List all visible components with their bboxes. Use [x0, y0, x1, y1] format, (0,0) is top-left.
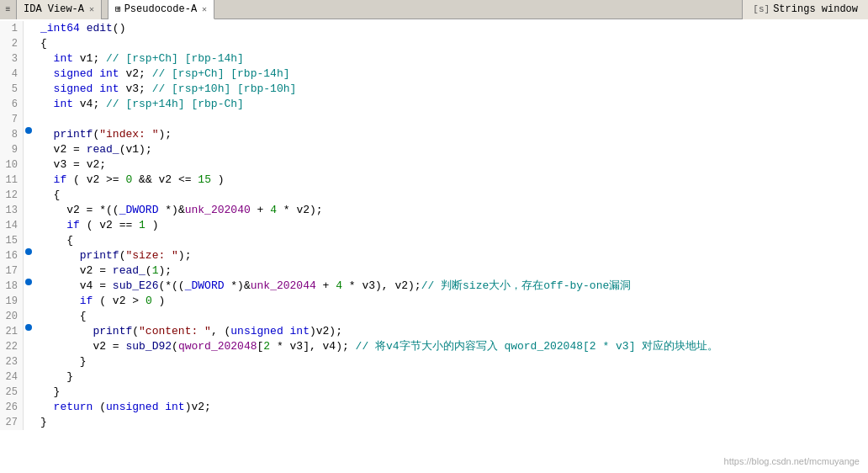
line-num-10: 10: [0, 157, 24, 173]
line-num-19: 19: [0, 294, 24, 309]
code-line-21: 21 printf("content: ", (unsigned int)v2)…: [0, 324, 868, 339]
line-content-25: }: [34, 385, 60, 400]
line-content-7: [34, 112, 47, 127]
code-line-7: 7: [0, 112, 868, 127]
tab-strings-label: Strings window: [773, 3, 858, 15]
line-num-16: 16: [0, 248, 24, 263]
tab-pseudocode-close[interactable]: ✕: [202, 4, 207, 14]
line-content-15: {: [34, 233, 73, 248]
line-num-20: 20: [0, 309, 24, 324]
tab-pseudocode[interactable]: ⊞ Pseudocode-A ✕: [108, 0, 214, 19]
code-line-23: 23 }: [0, 354, 868, 369]
code-line-14: 14 if ( v2 == 1 ): [0, 218, 868, 233]
line-num-4: 4: [0, 66, 24, 82]
code-line-13: 13 v2 = *((_DWORD *)&unk_202040 + 4 * v2…: [0, 203, 868, 218]
bp-16: [24, 248, 34, 255]
line-num-7: 7: [0, 112, 24, 127]
code-line-11: 11 if ( v2 >= 0 && v2 <= 15 ): [0, 173, 868, 188]
code-line-2: 2 {: [0, 36, 868, 51]
line-content-5: signed int v3; // [rsp+10h] [rbp-10h]: [34, 82, 296, 97]
line-content-27: }: [34, 415, 47, 430]
code-line-1: 1 _int64 edit(): [0, 21, 868, 36]
bp-18: [24, 279, 34, 285]
strings-icon: [s]: [753, 4, 770, 14]
line-content-12: {: [34, 188, 60, 203]
line-content-16: printf("size: ");: [34, 248, 191, 263]
code-line-25: 25 }: [0, 385, 868, 400]
code-line-9: 9 v2 = read_(v1);: [0, 142, 868, 157]
tab-ida-view-close[interactable]: ✕: [89, 4, 94, 14]
code-line-3: 3 int v1; // [rsp+Ch] [rbp-14h]: [0, 51, 868, 66]
line-content-6: int v4; // [rsp+14h] [rbp-Ch]: [34, 97, 244, 112]
line-num-8: 8: [0, 127, 24, 142]
code-line-24: 24 }: [0, 369, 868, 385]
line-content-22: v2 = sub_D92(qword_202048[2 * v3], v4); …: [34, 339, 718, 354]
code-line-26: 26 return (unsigned int)v2;: [0, 400, 868, 415]
tab-bar: ≡ IDA View-A ✕ ⊞ Pseudocode-A ✕ [s] Stri…: [0, 0, 868, 19]
line-num-12: 12: [0, 188, 24, 203]
line-content-20: {: [34, 309, 87, 324]
line-num-22: 22: [0, 339, 24, 354]
tab-pseudocode-label: Pseudocode-A: [124, 3, 197, 15]
code-line-5: 5 signed int v3; // [rsp+10h] [rbp-10h]: [0, 82, 868, 97]
line-num-13: 13: [0, 203, 24, 218]
pseudocode-icon: ⊞: [115, 3, 121, 14]
code-line-15: 15 {: [0, 233, 868, 248]
line-num-2: 2: [0, 36, 24, 51]
line-num-6: 6: [0, 97, 24, 112]
line-num-5: 5: [0, 82, 24, 97]
code-line-10: 10 v3 = v2;: [0, 157, 868, 173]
tab-strings[interactable]: [s] Strings window: [742, 0, 868, 19]
bp-8: [24, 127, 34, 134]
code-line-6: 6 int v4; // [rsp+14h] [rbp-Ch]: [0, 97, 868, 112]
line-content-21: printf("content: ", (unsigned int)v2);: [34, 324, 342, 339]
line-num-27: 27: [0, 415, 24, 430]
line-content-18: v4 = sub_E26(*((_DWORD *)&unk_202044 + 4…: [34, 279, 631, 294]
line-num-3: 3: [0, 51, 24, 66]
window-menu-icon[interactable]: ≡: [0, 0, 17, 19]
tab-ida-view-label: IDA View-A: [24, 3, 84, 15]
line-content-2: {: [34, 36, 47, 51]
watermark: https://blog.csdn.net/mcmuyange: [724, 456, 860, 466]
line-num-1: 1: [0, 21, 24, 36]
line-content-26: return (unsigned int)v2;: [34, 400, 211, 415]
code-line-18: 18 v4 = sub_E26(*((_DWORD *)&unk_202044 …: [0, 279, 868, 294]
line-num-25: 25: [0, 385, 24, 400]
line-num-21: 21: [0, 324, 24, 339]
line-content-17: v2 = read_(1);: [34, 263, 172, 279]
line-num-23: 23: [0, 354, 24, 369]
code-line-19: 19 if ( v2 > 0 ): [0, 294, 868, 309]
line-content-9: v2 = read_(v1);: [34, 142, 152, 157]
line-content-13: v2 = *((_DWORD *)&unk_202040 + 4 * v2);: [34, 203, 323, 218]
code-line-17: 17 v2 = read_(1);: [0, 263, 868, 279]
line-content-23: }: [34, 354, 87, 369]
tab-ida-view[interactable]: IDA View-A ✕: [17, 0, 102, 19]
code-line-16: 16 printf("size: ");: [0, 248, 868, 263]
line-content-14: if ( v2 == 1 ): [34, 218, 159, 233]
bp-21: [24, 324, 34, 331]
line-content-11: if ( v2 >= 0 && v2 <= 15 ): [34, 173, 225, 188]
line-num-18: 18: [0, 279, 24, 294]
line-num-9: 9: [0, 142, 24, 157]
code-line-27: 27 }: [0, 415, 868, 430]
code-line-20: 20 {: [0, 309, 868, 324]
line-content-24: }: [34, 369, 73, 385]
line-num-14: 14: [0, 218, 24, 233]
line-content-10: v3 = v2;: [34, 157, 106, 173]
line-content-1: _int64 edit(): [34, 21, 125, 36]
line-num-11: 11: [0, 173, 24, 188]
line-num-26: 26: [0, 400, 24, 415]
line-num-15: 15: [0, 233, 24, 248]
code-line-4: 4 signed int v2; // [rsp+Ch] [rbp-14h]: [0, 66, 868, 82]
code-line-22: 22 v2 = sub_D92(qword_202048[2 * v3], v4…: [0, 339, 868, 354]
line-content-19: if ( v2 > 0 ): [34, 294, 165, 309]
code-line-8: 8 printf("index: ");: [0, 127, 868, 142]
line-num-17: 17: [0, 263, 24, 279]
code-editor[interactable]: 1 _int64 edit() 2 { 3 int v1; // [rsp+Ch…: [0, 19, 868, 473]
code-line-12: 12 {: [0, 188, 868, 203]
line-content-8: printf("index: ");: [34, 127, 172, 142]
line-num-24: 24: [0, 369, 24, 385]
line-content-3: int v1; // [rsp+Ch] [rbp-14h]: [34, 51, 244, 66]
line-content-4: signed int v2; // [rsp+Ch] [rbp-14h]: [34, 66, 289, 82]
